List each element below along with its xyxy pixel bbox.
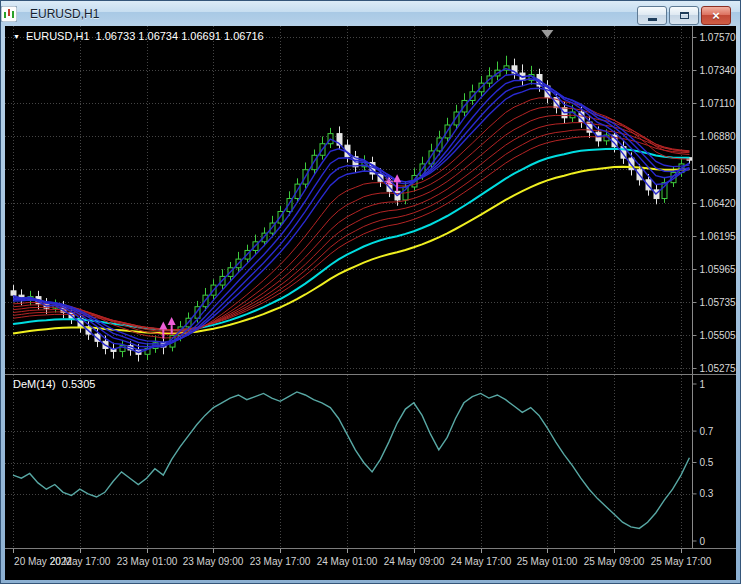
time-tick-mark: [13, 549, 14, 553]
time-tick-label: 20 May 17:00: [44, 556, 116, 567]
red-ribbon-line: [13, 107, 689, 335]
indicator-name: DeM(14): [13, 378, 56, 390]
maximize-button[interactable]: [669, 6, 699, 25]
buy-arrow-icon: [168, 317, 176, 325]
mt4-chart-window: EURUSD,H1 × 1.075701.073401.071101.06880…: [0, 0, 741, 584]
time-tick-mark: [681, 549, 682, 553]
indicator-tick-label: 0: [700, 536, 706, 547]
price-tick-label: 1.06195: [700, 231, 737, 242]
price-tick-label: 1.05505: [700, 330, 737, 341]
window-controls: ×: [637, 6, 731, 25]
time-tick-mark: [614, 549, 615, 553]
main-price-chart[interactable]: 1.075701.073401.071101.068801.066501.064…: [5, 26, 736, 374]
time-axis[interactable]: 20 May 202220 May 17:0023 May 01:0023 Ma…: [5, 549, 736, 580]
indicator-tick-label: 0.5: [700, 457, 714, 468]
blue-ribbon-line: [13, 74, 689, 349]
window-title: EURUSD,H1: [30, 7, 99, 21]
indicator-label: DeM(14) 0.5305: [13, 378, 95, 390]
time-tick-label: 25 May 01:00: [511, 556, 583, 567]
app-icon[interactable]: [8, 6, 24, 22]
chart-ohlc-header: ▼ EURUSD,H1 1.06733 1.06734 1.06691 1.06…: [13, 30, 264, 42]
time-tick-label: 24 May 01:00: [311, 556, 383, 567]
time-tick-label: 23 May 09:00: [177, 556, 249, 567]
demarker-line: [13, 392, 689, 529]
minimize-icon: [648, 18, 657, 21]
time-tick-label: 25 May 17:00: [645, 556, 717, 567]
price-tick-label: 1.05965: [700, 264, 737, 275]
time-tick-mark: [213, 549, 214, 553]
indicator-tick-label: 0.3: [700, 488, 714, 499]
minimize-button[interactable]: [637, 6, 667, 25]
price-tick-label: 1.06880: [700, 131, 737, 142]
time-tick-label: 25 May 09:00: [578, 556, 650, 567]
indicator-value: 0.5305: [62, 378, 96, 390]
time-tick-label: 24 May 17:00: [445, 556, 517, 567]
price-tick-label: 1.06650: [700, 164, 737, 175]
maximize-icon: [680, 12, 689, 19]
time-tick-mark: [481, 549, 482, 553]
price-tick-label: 1.07340: [700, 65, 737, 76]
app-icon-image: [1, 6, 17, 22]
close-icon: ×: [712, 9, 720, 22]
symbol-timeframe-label: EURUSD,H1: [26, 30, 90, 42]
price-tick-label: 1.07570: [700, 32, 737, 43]
time-tick-label: 23 May 01:00: [111, 556, 183, 567]
candle-body: [11, 291, 16, 295]
ohlc-values: 1.06733 1.06734 1.06691 1.06716: [96, 30, 264, 42]
time-tick-mark: [547, 549, 548, 553]
time-tick-mark: [347, 549, 348, 553]
time-tick-label: 24 May 09:00: [378, 556, 450, 567]
price-tick-label: 1.07110: [700, 98, 736, 109]
time-tick-mark: [280, 549, 281, 553]
close-button[interactable]: ×: [701, 6, 731, 25]
window-titlebar[interactable]: EURUSD,H1 ×: [1, 1, 740, 26]
time-tick-mark: [80, 549, 81, 553]
time-tick-mark: [414, 549, 415, 553]
price-tick-label: 1.05275: [700, 363, 737, 374]
indicator-tick-label: 1: [700, 379, 706, 390]
time-tick-label: 23 May 17:00: [244, 556, 316, 567]
chart-client-area: 1.075701.073401.071101.068801.066501.064…: [5, 26, 736, 580]
red-ribbon-line: [13, 115, 689, 332]
red-ribbon-line: [13, 123, 689, 331]
price-tick-label: 1.05735: [700, 297, 737, 308]
chart-shift-marker[interactable]: [541, 30, 553, 38]
red-ribbon-line: [13, 98, 689, 338]
time-tick-mark: [147, 549, 148, 553]
yellow-ma-line: [13, 167, 689, 334]
price-tick-label: 1.06420: [700, 198, 737, 209]
buy-arrow-icon: [159, 321, 167, 329]
indicator-tick-label: 0.7: [700, 426, 714, 437]
symbol-dropdown-icon[interactable]: ▼: [13, 33, 20, 40]
demarker-indicator-chart[interactable]: 10.70.50.30: [5, 375, 736, 548]
